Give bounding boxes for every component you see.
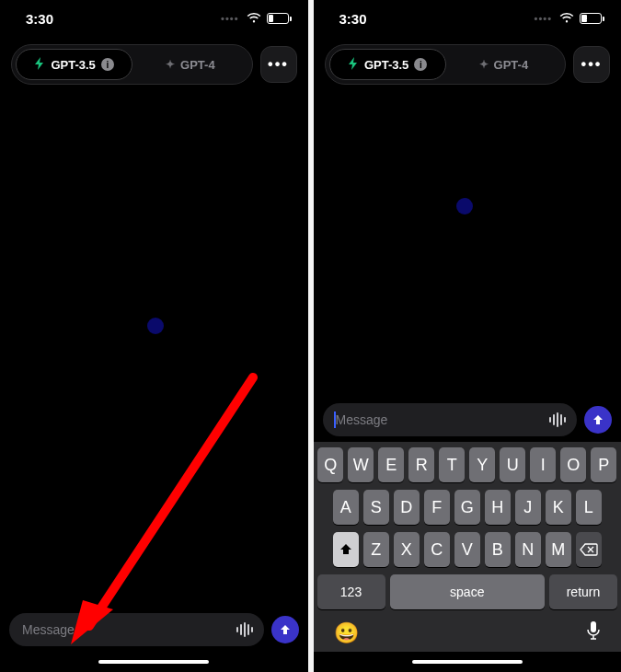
key-q[interactable]: Q bbox=[317, 447, 343, 482]
sparkle-icon: ✦ bbox=[166, 58, 175, 71]
key-w[interactable]: W bbox=[348, 447, 374, 482]
battery-icon: 27 bbox=[580, 13, 604, 24]
status-time: 3:30 bbox=[26, 11, 53, 27]
key-s[interactable]: S bbox=[363, 490, 389, 525]
key-x[interactable]: X bbox=[394, 532, 420, 567]
key-h[interactable]: H bbox=[485, 490, 511, 525]
svg-rect-2 bbox=[591, 621, 596, 632]
chat-area bbox=[314, 92, 622, 396]
emoji-button[interactable]: 😀 bbox=[334, 621, 359, 645]
key-t[interactable]: T bbox=[439, 447, 465, 482]
phone-right: 3:30 •••• 27 GPT-3.5 i bbox=[314, 0, 622, 672]
model-label: GPT-3.5 bbox=[51, 58, 95, 72]
menu-button[interactable]: ••• bbox=[573, 46, 610, 83]
bolt-icon bbox=[348, 57, 359, 73]
keyboard: Q W E R T Y U I O P A S D F G H J K L bbox=[314, 442, 622, 652]
model-tab-gpt4[interactable]: ✦ GPT-4 bbox=[446, 49, 561, 80]
home-indicator[interactable] bbox=[314, 652, 622, 672]
model-selector-row: GPT-3.5 i ✦ GPT-4 ••• bbox=[314, 37, 622, 92]
keyboard-row-1: Q W E R T Y U I O P bbox=[317, 447, 618, 482]
status-dots: •••• bbox=[221, 13, 238, 24]
message-input[interactable] bbox=[334, 411, 543, 428]
return-key[interactable]: return bbox=[549, 574, 617, 609]
model-label: GPT-3.5 bbox=[364, 58, 408, 72]
phone-left: 3:30 •••• 27 GPT-3.5 i bbox=[0, 0, 308, 672]
model-selector: GPT-3.5 i ✦ GPT-4 bbox=[11, 44, 253, 85]
key-g[interactable]: G bbox=[454, 490, 480, 525]
message-pill[interactable] bbox=[323, 403, 578, 436]
key-f[interactable]: F bbox=[424, 490, 450, 525]
key-r[interactable]: R bbox=[408, 447, 434, 482]
key-n[interactable]: N bbox=[515, 532, 541, 567]
key-b[interactable]: B bbox=[485, 532, 511, 567]
status-bar: 3:30 •••• 27 bbox=[314, 0, 622, 37]
model-tab-gpt4[interactable]: ✦ GPT-4 bbox=[132, 49, 247, 80]
input-row bbox=[314, 396, 622, 442]
menu-button[interactable]: ••• bbox=[260, 46, 297, 83]
numbers-key[interactable]: 123 bbox=[317, 574, 385, 609]
chat-area bbox=[0, 92, 308, 606]
key-j[interactable]: J bbox=[515, 490, 541, 525]
send-button[interactable] bbox=[271, 616, 299, 643]
key-u[interactable]: U bbox=[500, 447, 525, 482]
key-m[interactable]: M bbox=[546, 532, 571, 567]
model-selector: GPT-3.5 i ✦ GPT-4 bbox=[325, 44, 567, 85]
wifi-icon bbox=[247, 13, 261, 24]
space-key[interactable]: space bbox=[390, 574, 546, 609]
key-p[interactable]: P bbox=[591, 447, 616, 482]
key-l[interactable]: L bbox=[576, 490, 602, 525]
send-button[interactable] bbox=[584, 406, 612, 434]
bolt-icon bbox=[34, 57, 45, 73]
keyboard-footer: 😀 bbox=[317, 617, 618, 648]
key-v[interactable]: V bbox=[454, 532, 480, 567]
status-dots: •••• bbox=[535, 13, 552, 24]
info-icon: i bbox=[414, 58, 427, 71]
model-tab-gpt35[interactable]: GPT-3.5 i bbox=[329, 49, 446, 80]
mic-button[interactable] bbox=[586, 620, 601, 646]
key-a[interactable]: A bbox=[333, 490, 359, 525]
message-input[interactable] bbox=[20, 621, 229, 638]
message-pill[interactable] bbox=[9, 613, 264, 646]
keyboard-row-4: 123 space return bbox=[317, 574, 618, 609]
info-icon: i bbox=[101, 58, 114, 71]
model-label: GPT-4 bbox=[180, 58, 215, 72]
shift-key[interactable] bbox=[333, 532, 359, 567]
status-bar: 3:30 •••• 27 bbox=[0, 0, 308, 37]
sparkle-icon: ✦ bbox=[479, 58, 489, 71]
waveform-icon[interactable] bbox=[549, 412, 566, 427]
key-d[interactable]: D bbox=[394, 490, 420, 525]
key-i[interactable]: I bbox=[530, 447, 556, 482]
key-o[interactable]: O bbox=[560, 447, 586, 482]
status-time: 3:30 bbox=[339, 11, 367, 27]
battery-icon: 27 bbox=[267, 13, 292, 24]
waveform-icon[interactable] bbox=[236, 622, 253, 637]
key-e[interactable]: E bbox=[378, 447, 404, 482]
key-c[interactable]: C bbox=[424, 532, 450, 567]
key-y[interactable]: Y bbox=[469, 447, 495, 482]
backspace-key[interactable] bbox=[576, 532, 602, 567]
home-indicator[interactable] bbox=[0, 652, 308, 672]
model-selector-row: GPT-3.5 i ✦ GPT-4 ••• bbox=[0, 37, 308, 92]
input-row bbox=[0, 606, 308, 652]
key-z[interactable]: Z bbox=[363, 532, 389, 567]
model-tab-gpt35[interactable]: GPT-3.5 i bbox=[16, 49, 132, 80]
model-label: GPT-4 bbox=[494, 58, 529, 72]
decorative-dot bbox=[147, 318, 164, 334]
wifi-icon bbox=[559, 13, 574, 24]
keyboard-row-2: A S D F G H J K L bbox=[317, 490, 618, 525]
decorative-dot bbox=[456, 198, 473, 214]
text-cursor bbox=[334, 411, 336, 428]
keyboard-row-3: Z X C V B N M bbox=[317, 532, 618, 567]
svg-line-0 bbox=[89, 377, 253, 626]
key-k[interactable]: K bbox=[546, 490, 571, 525]
